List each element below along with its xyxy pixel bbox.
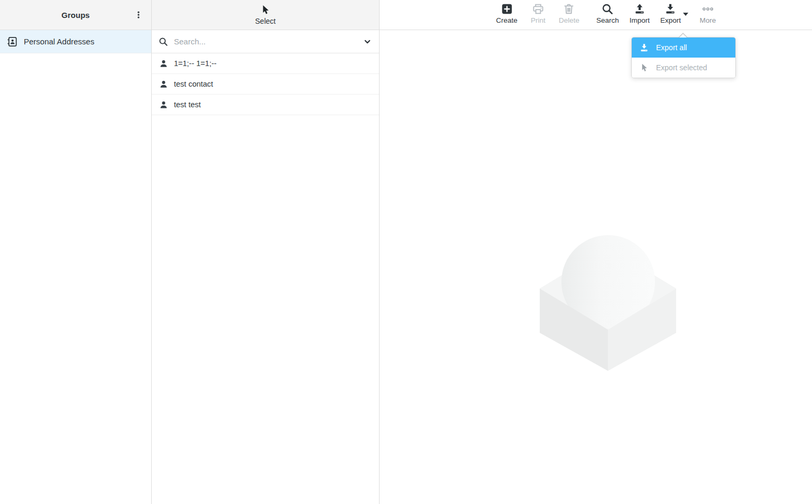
cursor-icon	[260, 4, 271, 16]
search-icon	[601, 3, 614, 15]
menu-item-export-all[interactable]: Export all	[632, 38, 735, 58]
kebab-menu-icon	[134, 10, 143, 20]
trash-icon	[562, 3, 575, 15]
contact-name: 1=1;-- 1=1;--	[174, 59, 217, 68]
select-label: Select	[255, 17, 276, 25]
print-label: Print	[531, 16, 546, 24]
person-icon	[159, 79, 169, 89]
group-label: Personal Addresses	[24, 37, 94, 46]
dropdown-caret-fill	[679, 34, 687, 38]
import-label: Import	[630, 16, 650, 24]
contacts-searchbar	[152, 30, 379, 53]
download-icon	[639, 43, 649, 53]
addressbook-app: Groups Personal Addresses	[0, 0, 812, 504]
search-icon	[158, 36, 169, 47]
groups-title: Groups	[61, 11, 89, 20]
contact-name: test test	[174, 100, 201, 109]
contact-name: test contact	[174, 80, 213, 88]
contacts-header-select-button[interactable]: Select	[152, 0, 379, 30]
search-button[interactable]: Search	[596, 3, 619, 24]
address-book-icon	[6, 36, 18, 48]
print-button[interactable]: Print	[528, 3, 548, 24]
cursor-icon	[639, 63, 649, 73]
menu-item-label: Export selected	[656, 63, 707, 72]
delete-label: Delete	[559, 16, 579, 24]
menu-item-export-selected[interactable]: Export selected	[632, 58, 735, 78]
upload-icon	[633, 3, 646, 15]
contacts-panel: Select 1=1;-- 1=1;-- test cont	[152, 0, 380, 504]
toolbar: Create Print Delete	[380, 0, 812, 30]
sidebar-item-personal-addresses[interactable]: Personal Addresses	[0, 30, 151, 53]
plus-square-icon	[501, 3, 513, 15]
export-dropdown-menu: Export all Export selected	[631, 37, 736, 78]
groups-sidebar: Groups Personal Addresses	[0, 0, 152, 504]
content-pane: Create Print Delete	[380, 0, 812, 504]
contact-list-item[interactable]: 1=1;-- 1=1;--	[152, 53, 379, 74]
roundcube-watermark-logo	[540, 235, 677, 371]
more-label: More	[700, 16, 716, 24]
create-button[interactable]: Create	[496, 3, 518, 24]
chevron-down-icon[interactable]	[362, 36, 373, 47]
search-label: Search	[596, 16, 619, 24]
person-icon	[159, 100, 169, 110]
export-label: Export	[660, 16, 681, 24]
import-button[interactable]: Import	[630, 3, 650, 24]
chevron-down-icon[interactable]	[683, 13, 688, 16]
more-button[interactable]: More	[698, 3, 718, 24]
create-label: Create	[496, 16, 518, 24]
search-input[interactable]	[174, 37, 362, 46]
contact-list-item[interactable]: test test	[152, 95, 379, 115]
delete-button[interactable]: Delete	[559, 3, 579, 24]
groups-options-button[interactable]	[131, 7, 146, 22]
ellipsis-icon	[702, 3, 714, 15]
contact-list-item[interactable]: test contact	[152, 74, 379, 95]
person-icon	[159, 59, 169, 69]
download-icon	[664, 3, 677, 15]
menu-item-label: Export all	[656, 43, 687, 52]
export-button[interactable]: Export	[660, 3, 681, 24]
printer-icon	[532, 3, 545, 15]
groups-header: Groups	[0, 0, 151, 30]
